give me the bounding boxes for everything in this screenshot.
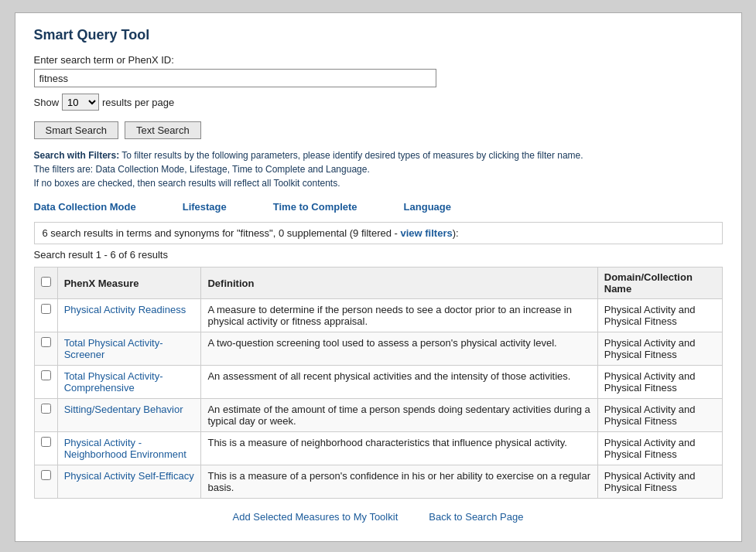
col-header-measure: PhenX Measure: [57, 267, 201, 299]
main-container: Smart Query Tool Enter search term or Ph…: [15, 12, 742, 542]
table-row: Physical Activity -Neighborhood Environm…: [34, 432, 722, 465]
definition-cell: An assessment of all recent physical act…: [201, 366, 597, 399]
domain-cell: Physical Activity and Physical Fitness: [597, 465, 722, 499]
results-summary-end: ):: [453, 227, 459, 239]
table-row: Total Physical Activity-ComprehensiveAn …: [34, 366, 722, 399]
domain-cell: Physical Activity and Physical Fitness: [597, 432, 722, 465]
measure-link[interactable]: Physical Activity Readiness: [64, 304, 186, 315]
measure-link[interactable]: Total Physical Activity-Screener: [64, 337, 163, 360]
results-table: PhenX Measure Definition Domain/Collecti…: [34, 267, 723, 499]
row-checkbox[interactable]: [41, 470, 51, 480]
definition-cell: A two-question screening tool used to as…: [201, 332, 597, 366]
results-per-page-label: results per page: [102, 97, 174, 108]
results-per-page-select[interactable]: 10 25 50 100: [62, 94, 99, 111]
footer-links: Add Selected Measures to My Toolkit Back…: [34, 511, 723, 523]
add-selected-measures-link[interactable]: Add Selected Measures to My Toolkit: [233, 511, 399, 523]
measure-link[interactable]: Physical Activity Self-Efficacy: [64, 470, 194, 482]
row-checkbox[interactable]: [41, 437, 51, 447]
filter-language[interactable]: Language: [404, 201, 451, 213]
table-row: Physical Activity ReadinessA measure to …: [34, 299, 722, 332]
table-row: Sitting/Sedentary BehaviorAn estimate of…: [34, 399, 722, 432]
table-row: Total Physical Activity-ScreenerA two-qu…: [34, 332, 722, 366]
definition-cell: This is a measure of neighborhood charac…: [201, 432, 597, 465]
col-header-domain: Domain/Collection Name: [597, 267, 722, 299]
domain-cell: Physical Activity and Physical Fitness: [597, 366, 722, 399]
filter-time-to-complete[interactable]: Time to Complete: [273, 201, 357, 213]
page-title: Smart Query Tool: [34, 27, 723, 43]
filter-lifestage[interactable]: Lifestage: [183, 201, 227, 213]
domain-cell: Physical Activity and Physical Fitness: [597, 399, 722, 432]
measure-link[interactable]: Sitting/Sedentary Behavior: [64, 404, 183, 415]
filter-note-bold: Search with Filters:: [34, 150, 120, 161]
results-count: Search result 1 - 6 of 6 results: [34, 249, 723, 261]
select-all-checkbox[interactable]: [41, 277, 51, 287]
col-header-definition: Definition: [201, 267, 597, 299]
results-summary-text: 6 search results in terms and synonyms f…: [43, 227, 401, 239]
definition-cell: An estimate of the amount of time a pers…: [201, 399, 597, 432]
results-summary-box: 6 search results in terms and synonyms f…: [34, 222, 723, 244]
filter-links-row: Data Collection Mode Lifestage Time to C…: [34, 201, 723, 213]
table-row: Physical Activity Self-EfficacyThis is a…: [34, 465, 722, 499]
show-row: Show 10 25 50 100 results per page: [34, 94, 723, 111]
row-checkbox[interactable]: [41, 404, 51, 414]
measure-link[interactable]: Total Physical Activity-Comprehensive: [64, 370, 163, 394]
row-checkbox[interactable]: [41, 370, 51, 380]
text-search-button[interactable]: Text Search: [125, 121, 201, 139]
filter-note: Search with Filters: To filter results b…: [34, 148, 723, 190]
row-checkbox[interactable]: [41, 304, 51, 314]
view-filters-link[interactable]: view filters: [400, 227, 452, 239]
domain-cell: Physical Activity and Physical Fitness: [597, 299, 722, 332]
search-label: Enter search term or PhenX ID:: [34, 54, 723, 66]
col-header-checkbox: [34, 267, 57, 299]
smart-search-button[interactable]: Smart Search: [34, 121, 118, 139]
definition-cell: This is a measure of a person's confiden…: [201, 465, 597, 499]
row-checkbox[interactable]: [41, 337, 51, 347]
show-label: Show: [34, 97, 60, 108]
back-to-search-link[interactable]: Back to Search Page: [429, 511, 523, 523]
filter-data-collection-mode[interactable]: Data Collection Mode: [34, 201, 136, 213]
definition-cell: A measure to determine if the person nee…: [201, 299, 597, 332]
search-input[interactable]: [34, 69, 436, 87]
search-buttons: Smart Search Text Search: [34, 121, 723, 139]
measure-link[interactable]: Physical Activity -Neighborhood Environm…: [64, 437, 186, 460]
domain-cell: Physical Activity and Physical Fitness: [597, 332, 722, 366]
